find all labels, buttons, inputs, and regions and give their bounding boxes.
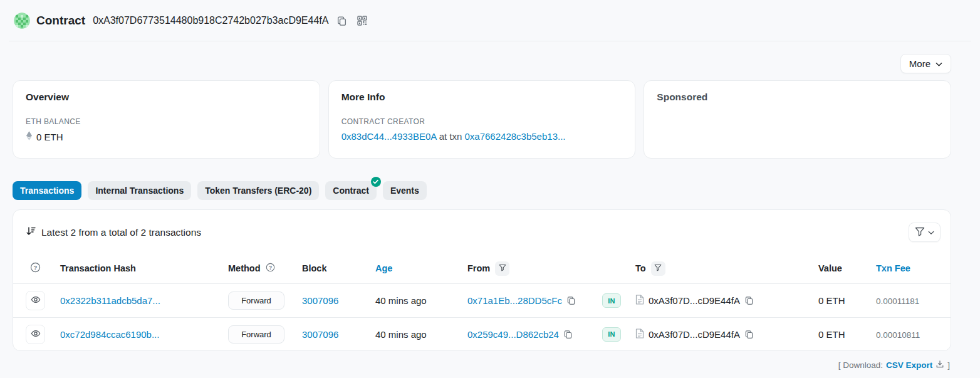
more-info-card: More Info CONTRACT CREATOR 0x83dC44...49… [328, 80, 636, 159]
transactions-summary-text: Latest 2 from a total of 2 transactions [41, 227, 201, 238]
from-address-link[interactable]: 0x259c49...D862cb24 [467, 329, 559, 340]
filter-funnel-icon [499, 264, 506, 273]
copy-from-address-button[interactable] [563, 330, 573, 339]
summary-cards: Overview ETH BALANCE 0 ETH More Info CON… [13, 80, 951, 159]
contract-file-icon [635, 295, 644, 307]
contract-identicon-avatar [14, 13, 30, 29]
chevron-down-icon [936, 58, 942, 69]
copy-icon [336, 16, 347, 26]
more-info-card-title: More Info [341, 92, 623, 103]
more-dropdown-button[interactable]: More [900, 54, 951, 73]
tab-events-label: Events [390, 186, 419, 196]
sponsored-card-title: Sponsored [657, 92, 938, 103]
txn-fee-cell: 0.00011181 [876, 297, 919, 306]
to-address-text: 0xA3f07D...cD9E44fA [649, 295, 740, 306]
transactions-summary: Latest 2 from a total of 2 transactions [26, 226, 201, 239]
tab-events[interactable]: Events [383, 181, 427, 200]
creator-connector-text: at txn [439, 131, 462, 142]
question-circle-icon: ? [30, 262, 41, 275]
col-header-transaction-hash: Transaction Hash [60, 263, 228, 273]
transactions-panel: Latest 2 from a total of 2 transactions [13, 209, 951, 351]
col-header-txn-fee-toggle[interactable]: Txn Fee [865, 263, 938, 273]
to-address-text: 0xA3f07D...cD9E44fA [649, 329, 740, 340]
to-filter-button[interactable] [651, 261, 665, 276]
block-link[interactable]: 3007096 [302, 295, 338, 306]
copy-icon [566, 296, 576, 305]
tab-contract-label: Contract [333, 186, 369, 196]
contract-page: Contract 0xA3f07D6773514480b918C2742b027… [0, 0, 980, 378]
copy-to-address-button[interactable] [744, 296, 754, 305]
tx-preview-cell [26, 291, 60, 310]
overview-card-title: Overview [26, 92, 307, 103]
col-header-to: To [630, 261, 803, 276]
col-header-block: Block [302, 263, 375, 273]
copy-address-button[interactable] [335, 14, 349, 28]
tx-preview-button[interactable] [26, 291, 45, 310]
contract-creator-label: CONTRACT CREATOR [341, 117, 623, 126]
filter-funnel-icon [915, 227, 925, 238]
csv-export-link[interactable]: CSV Export [886, 360, 932, 370]
page-title: Contract [36, 14, 85, 28]
direction-in-badge: IN [602, 327, 621, 342]
svg-text:?: ? [268, 265, 271, 271]
download-suffix-text: ] [947, 360, 950, 370]
tx-preview-button[interactable] [26, 325, 45, 344]
chevron-down-icon [928, 228, 934, 237]
tab-token-transfers[interactable]: Token Transfers (ERC-20) [197, 181, 319, 200]
age-cell: 40 mins ago [375, 295, 467, 306]
col-header-to-label: To [635, 263, 646, 273]
tx-hash-link[interactable]: 0xc72d984ccac6190b... [60, 329, 159, 340]
tab-transactions[interactable]: Transactions [13, 181, 81, 200]
actions-row: More [13, 54, 951, 73]
method-badge[interactable]: Forward [228, 291, 284, 310]
col-header-age-toggle[interactable]: Age [375, 263, 467, 273]
from-address-link[interactable]: 0x71a1Eb...28DD5cFc [467, 295, 562, 306]
tab-token-transfers-label: Token Transfers (ERC-20) [205, 186, 311, 196]
copy-icon [744, 296, 754, 305]
from-filter-button[interactable] [495, 261, 509, 276]
filter-funnel-icon [654, 264, 662, 273]
qr-code-button[interactable] [355, 14, 369, 28]
value-cell: 0 ETH [803, 295, 865, 306]
eth-balance-label: ETH BALANCE [26, 117, 307, 126]
more-dropdown-label: More [909, 58, 930, 69]
table-row: 0xc72d984ccac6190b... Forward 3007096 40… [13, 317, 951, 350]
contract-file-icon [635, 328, 644, 340]
tab-contract[interactable]: Contract [325, 181, 377, 200]
table-header-row: ? Transaction Hash Method ? Block Age Fr… [13, 253, 951, 284]
copy-from-address-button[interactable] [566, 296, 576, 305]
tx-preview-cell [26, 325, 60, 344]
eth-balance-value: 0 ETH [36, 132, 63, 142]
qr-code-icon [357, 16, 367, 26]
block-link[interactable]: 3007096 [302, 329, 338, 340]
copy-icon [563, 330, 573, 339]
tab-internal-transactions-label: Internal Transactions [95, 186, 184, 196]
question-circle-icon[interactable]: ? [266, 263, 275, 274]
table-filter-button[interactable] [909, 223, 941, 242]
svg-text:?: ? [33, 264, 37, 271]
col-header-method: Method ? [228, 263, 302, 274]
page-header: Contract 0xA3f07D6773514480b918C2742b027… [9, 0, 971, 41]
copy-to-address-button[interactable] [744, 330, 754, 339]
creator-address-link[interactable]: 0x83dC44...4933BE0A [341, 131, 437, 142]
row-help-header[interactable]: ? [26, 262, 44, 275]
tx-hash-link[interactable]: 0x2322b311adcb5da7... [60, 295, 160, 306]
transactions-panel-header: Latest 2 from a total of 2 transactions [13, 210, 951, 253]
value-cell: 0 ETH [803, 329, 865, 340]
txn-fee-cell: 0.00010811 [876, 330, 920, 340]
contract-creator-line: 0x83dC44...4933BE0A at txn 0xa7662428c3b… [341, 131, 623, 142]
age-cell: 40 mins ago [375, 329, 467, 340]
creator-txn-link[interactable]: 0xa7662428c3b5eb13... [465, 131, 566, 142]
download-row: [ Download: CSV Export ] [13, 360, 950, 370]
eth-diamond-icon [26, 131, 33, 142]
col-header-method-label: Method [228, 263, 261, 273]
col-header-from-label: From [467, 263, 490, 273]
download-icon [936, 360, 944, 370]
overview-card: Overview ETH BALANCE 0 ETH [13, 80, 320, 159]
col-header-from: From [467, 261, 593, 276]
tab-internal-transactions[interactable]: Internal Transactions [88, 181, 191, 200]
method-badge[interactable]: Forward [228, 325, 284, 344]
sort-icon [26, 226, 36, 239]
tab-bar: Transactions Internal Transactions Token… [13, 181, 967, 200]
contract-address: 0xA3f07D6773514480b918C2742b027b3acD9E44… [93, 15, 328, 26]
